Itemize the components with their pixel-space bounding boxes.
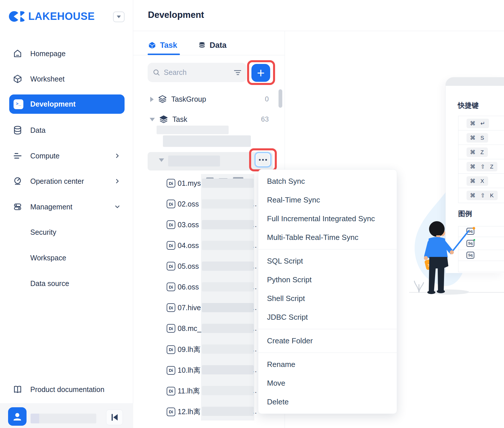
menu-item-batch-sync[interactable]: Batch Sync (258, 172, 397, 191)
menu-item-real-time-sync[interactable]: Real-Time Sync (258, 191, 397, 209)
sidebar-item-worksheet[interactable]: Worksheet (0, 71, 133, 87)
scrollbar-thumb[interactable] (279, 89, 282, 108)
task-item[interactable]: Di 12.lh离 (167, 407, 200, 416)
filter-icon[interactable] (234, 69, 241, 76)
menu-divider (258, 353, 397, 353)
search-input[interactable] (164, 68, 230, 77)
sidebar-item-homepage[interactable]: Homepage (0, 46, 133, 62)
di-task-icon: Di (167, 241, 175, 250)
sidebar-item-product-documentation[interactable]: Product documentation (0, 381, 133, 397)
layers-icon (159, 115, 168, 124)
sidebar-item-label: Operation center (30, 177, 84, 185)
menu-divider (258, 329, 397, 329)
home-icon (13, 49, 22, 58)
workspace-switcher-button[interactable] (113, 12, 125, 22)
task-item[interactable]: Di 03.oss (167, 220, 199, 229)
task-item[interactable]: Di 06.oss (167, 283, 199, 291)
collapse-icon (112, 414, 113, 421)
table-border (458, 116, 504, 116)
kbd-shortcut: ⌘ Z (467, 147, 488, 157)
task-item[interactable]: Di 07.hive (167, 303, 201, 312)
task-item[interactable]: Di 02.oss (167, 200, 199, 208)
sidebar-item-label: Worksheet (30, 75, 65, 83)
kbd-shortcut: ⌘ ↵ (467, 119, 489, 128)
menu-item-multi-table-real-time-sync[interactable]: Multi-Table Real-Time Sync (258, 228, 397, 247)
di-task-icon: Di (167, 220, 175, 229)
page-title: Development (148, 10, 204, 20)
help-card-header (445, 77, 504, 86)
sidebar-item-label: Product documentation (30, 385, 104, 394)
chevron-right-icon (115, 179, 120, 184)
sidebar-item-label: Development (30, 100, 76, 108)
menu-item-move[interactable]: Move (258, 374, 397, 393)
annotation-box-add-button (247, 60, 275, 85)
search-icon (153, 69, 160, 76)
table-border (458, 116, 458, 203)
task-item-label: 06.oss (178, 283, 199, 291)
task-item[interactable]: Di 04.oss (167, 241, 199, 250)
tree-node-count: 63 (257, 115, 269, 123)
tree-node-label: TaskGroup (171, 95, 206, 103)
task-item[interactable]: Di 08.mc_ (167, 324, 201, 333)
task-item-label: 10.lh离 (178, 365, 200, 375)
sidebar-item-label: Security (30, 228, 56, 236)
sidebar-item-label: Compute (30, 152, 59, 160)
tabbar-divider (133, 55, 285, 55)
sidebar-item-compute[interactable]: Compute (0, 148, 133, 164)
menu-item-sql-script[interactable]: SQL Script (258, 252, 397, 270)
task-item[interactable]: Di 11.lh离 (167, 386, 200, 396)
menu-item-shell-script[interactable]: Shell Script (258, 289, 397, 308)
di-task-icon: Di (167, 366, 175, 375)
tree-node-label: Task (172, 115, 187, 124)
menu-item-rename[interactable]: Rename (258, 355, 397, 374)
task-item[interactable]: Di 05.oss (167, 262, 199, 270)
username-redacted (31, 414, 39, 423)
user-avatar[interactable] (8, 407, 27, 426)
collapse-icon (113, 414, 118, 421)
menu-item-delete[interactable]: Delete (258, 393, 397, 411)
sidebar-user-bar (0, 403, 133, 428)
tab-task[interactable]: Task (148, 41, 177, 50)
sidebar-item-management[interactable]: Management (0, 199, 133, 215)
menu-item-jdbc-script[interactable]: JDBC Script (258, 308, 397, 327)
tab-data[interactable]: Data (198, 41, 227, 50)
username-redacted (39, 414, 96, 423)
kbd-shortcut: ⌘ ⇧ Z (467, 162, 497, 171)
di-task-icon: Di (167, 408, 175, 416)
di-task-icon: Di (167, 262, 175, 270)
sidebar-item-development[interactable]: >_ Development (9, 94, 125, 114)
brand-logo: LAKEHOUSE (9, 10, 95, 23)
sidebar-item-label: Homepage (30, 50, 65, 58)
task-item-label: 11.lh离 (178, 386, 200, 396)
cube-icon (13, 74, 22, 84)
annotation-box-more-button (249, 148, 277, 171)
collapse-sidebar-button[interactable] (106, 410, 123, 425)
tree-node-taskgroup[interactable]: TaskGroup (150, 94, 206, 104)
context-menu: Batch Sync Real-Time Sync Full Increment… (258, 169, 397, 414)
menu-item-python-script[interactable]: Python Script (258, 270, 397, 289)
di-task-icon: Di (167, 345, 175, 354)
menu-item-create-folder[interactable]: Create Folder (258, 332, 397, 350)
task-item-label: 08.mc_ (178, 324, 201, 333)
tree-node-task[interactable]: Task (150, 115, 187, 124)
task-item-label: 07.hive (178, 304, 201, 312)
sidebar-item-data-source[interactable]: Data source (0, 275, 133, 291)
task-search-bar[interactable] (148, 63, 247, 82)
menu-item-full-incremental-integrated-sync[interactable]: Full Incremental Integrated Sync (258, 209, 397, 228)
shortcuts-title: 快捷键 (458, 101, 479, 110)
brand-name: LAKEHOUSE (28, 10, 95, 22)
sidebar-item-security[interactable]: Security (0, 224, 133, 240)
sidebar-item-data[interactable]: Data (0, 122, 133, 138)
chevron-down-icon (115, 204, 120, 209)
caret-right-icon (150, 97, 154, 102)
di-task-icon: Di (167, 387, 175, 395)
caret-down-icon (159, 158, 164, 162)
sidebar-item-workspace[interactable]: Workspace (0, 250, 133, 266)
task-item[interactable]: Di 10.lh离 (167, 365, 200, 375)
di-task-icon: Di (167, 303, 175, 312)
task-item-label: 04.oss (178, 241, 199, 250)
sidebar-item-operation-center[interactable]: Operation center (0, 173, 133, 189)
task-item[interactable]: Di 01.mys (167, 179, 201, 188)
sidebar-item-label: Workspace (30, 254, 66, 262)
task-item[interactable]: Di 09.lh离 (167, 345, 200, 354)
